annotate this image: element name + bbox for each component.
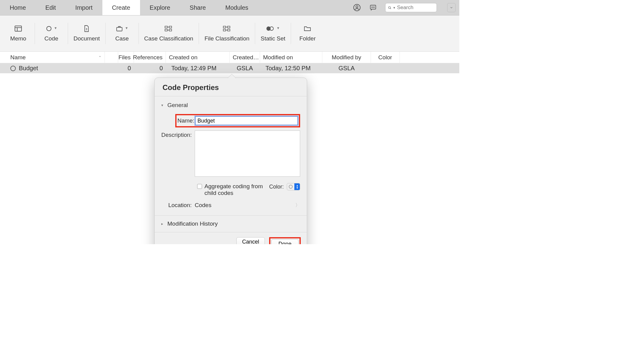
th-created-by[interactable]: Created… <box>230 52 260 63</box>
search-input-container[interactable]: ▾ <box>385 3 437 12</box>
ribbon-code-label: Code <box>44 35 58 42</box>
ribbon-folder-label: Folder <box>299 35 316 42</box>
location-value: Codes <box>195 202 211 209</box>
popover-title: Code Properties <box>155 78 307 96</box>
ribbon: Memo ▼ Code Document ▼ Case Case Classif… <box>0 16 459 52</box>
modification-history-toggle[interactable]: ▸ Modification History <box>155 215 307 232</box>
expand-button[interactable] <box>447 3 456 12</box>
row-references: 0 <box>134 65 166 72</box>
row-name: Budget <box>19 65 38 72</box>
ribbon-memo-label: Memo <box>10 35 26 42</box>
case-classification-icon <box>164 25 173 33</box>
ribbon-case-label: Case <box>115 35 128 42</box>
ribbon-code[interactable]: ▼ Code <box>36 25 67 42</box>
th-created-on[interactable]: Created on <box>166 52 230 63</box>
description-label: Description: <box>161 130 195 138</box>
menubar: Home Edit Import Create Explore Share Mo… <box>0 0 459 16</box>
color-stepper-icon: ▴▾ <box>294 183 300 190</box>
tab-create[interactable]: Create <box>102 0 140 15</box>
chevron-down-icon: ▾ <box>161 103 164 107</box>
th-name[interactable]: Name ⌃ <box>0 52 105 63</box>
code-node-icon <box>10 66 16 71</box>
document-icon <box>84 25 90 33</box>
svg-rect-16 <box>165 29 167 31</box>
name-field-highlight: Name: <box>175 114 300 127</box>
svg-rect-15 <box>165 26 167 28</box>
svg-rect-22 <box>223 29 226 31</box>
aggregate-label: Aggregate coding from child codes <box>204 183 268 196</box>
chevron-down-icon: ▼ <box>54 26 57 30</box>
th-references[interactable]: References <box>134 52 166 63</box>
general-label: General <box>167 102 188 109</box>
svg-rect-8 <box>15 26 22 31</box>
ribbon-case-classification[interactable]: Case Classification <box>140 25 198 42</box>
table-row[interactable]: Budget 0 0 Today, 12:49 PM GSLA Today, 1… <box>0 63 459 73</box>
svg-point-29 <box>289 185 293 189</box>
modification-history-label: Modification History <box>167 220 218 227</box>
th-modified-by[interactable]: Modified by <box>322 52 371 63</box>
svg-rect-24 <box>228 29 230 31</box>
chevron-down-icon: ▼ <box>276 26 280 30</box>
cancel-button[interactable]: Cancel <box>236 237 265 244</box>
search-input[interactable] <box>397 5 434 11</box>
memo-icon <box>14 25 22 33</box>
static-set-icon <box>266 26 275 31</box>
case-icon <box>116 25 123 32</box>
tab-home[interactable]: Home <box>0 0 36 15</box>
location-label: Location: <box>161 202 195 209</box>
row-modified-on: Today, 12:50 PM <box>260 65 322 72</box>
th-modified-on[interactable]: Modified on <box>260 52 322 63</box>
svg-rect-14 <box>117 27 122 31</box>
ribbon-static-set[interactable]: ▼ Static Set <box>256 25 289 42</box>
color-selector[interactable]: ▴▾ <box>287 183 300 190</box>
done-button[interactable]: Done <box>271 239 299 244</box>
svg-rect-18 <box>169 29 172 31</box>
color-label: Color: <box>269 184 284 190</box>
ribbon-file-classification[interactable]: File Classification <box>200 25 254 42</box>
chevron-down-icon: ▼ <box>125 26 128 30</box>
svg-rect-21 <box>223 26 226 28</box>
name-label: Name: <box>177 117 195 124</box>
svg-rect-17 <box>169 26 172 28</box>
account-icon[interactable] <box>353 4 361 12</box>
svg-rect-23 <box>228 26 230 28</box>
chevron-down-icon: ▾ <box>393 6 395 10</box>
row-created-by: GSLA <box>230 65 260 72</box>
row-files: 0 <box>118 65 134 72</box>
search-icon <box>388 5 392 10</box>
table-header: Name ⌃ Files References Created on Creat… <box>0 52 459 63</box>
tab-share[interactable]: Share <box>180 0 215 15</box>
row-modified-by: GSLA <box>322 65 371 72</box>
tab-edit[interactable]: Edit <box>36 0 65 15</box>
location-chevron[interactable]: 〉 <box>295 202 300 209</box>
general-section-toggle[interactable]: ▾ General <box>161 101 300 110</box>
ribbon-memo[interactable]: Memo <box>3 25 33 42</box>
code-properties-popover: Code Properties ▾ General Name: Descript… <box>154 78 307 244</box>
aggregate-checkbox[interactable] <box>197 184 202 189</box>
ribbon-document-label: Document <box>74 35 100 42</box>
tab-modules[interactable]: Modules <box>216 0 258 15</box>
row-created-on: Today, 12:49 PM <box>166 65 230 72</box>
ribbon-document[interactable]: Document <box>69 25 104 42</box>
tab-import[interactable]: Import <box>66 0 102 15</box>
th-files[interactable]: Files <box>118 52 134 63</box>
ribbon-folder[interactable]: Folder <box>292 25 323 42</box>
th-color[interactable]: Color <box>371 52 400 63</box>
svg-point-1 <box>356 6 358 8</box>
code-icon <box>46 25 52 32</box>
sort-asc-icon: ⌃ <box>98 55 101 60</box>
tab-explore[interactable]: Explore <box>140 0 180 15</box>
svg-point-3 <box>372 7 372 8</box>
description-input[interactable] <box>195 130 300 177</box>
svg-line-7 <box>390 8 391 9</box>
ribbon-file-classification-label: File Classification <box>204 35 249 42</box>
folder-icon <box>303 25 311 33</box>
name-input[interactable] <box>195 116 298 125</box>
ribbon-static-set-label: Static Set <box>261 35 285 42</box>
ribbon-case[interactable]: ▼ Case <box>107 25 137 42</box>
svg-point-5 <box>374 7 375 8</box>
chat-icon[interactable] <box>369 4 377 11</box>
th-spacer <box>105 52 118 63</box>
color-circle-icon <box>287 185 294 189</box>
chevron-right-icon: ▸ <box>161 222 164 226</box>
